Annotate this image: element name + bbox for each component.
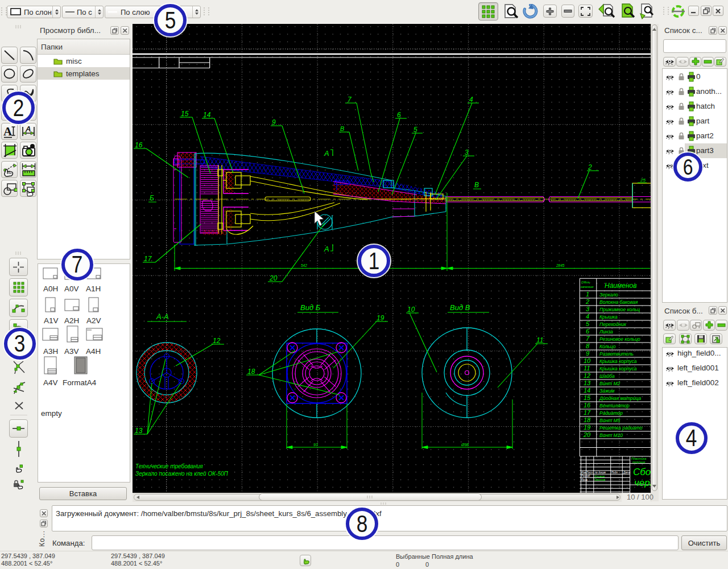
svg-text:19: 19 xyxy=(377,314,384,322)
svg-text:Резиновое кольцо: Резиновое кольцо xyxy=(599,336,640,342)
svg-text:13: 13 xyxy=(135,427,143,435)
svg-text:2: 2 xyxy=(585,298,589,305)
svg-text:542: 542 xyxy=(301,263,307,267)
svg-text:А-А: А-А xyxy=(156,312,169,321)
svg-text:18: 18 xyxy=(584,417,591,423)
svg-text:15: 15 xyxy=(584,394,591,401)
svg-text:10: 10 xyxy=(407,306,415,314)
svg-text:Изм: Изм xyxy=(581,471,586,474)
svg-text:11: 11 xyxy=(536,336,543,344)
svg-text:Сбор: Сбор xyxy=(633,467,651,477)
svg-text:Лист: Лист xyxy=(586,471,593,474)
svg-text:Подп: Подп xyxy=(611,471,618,474)
svg-text:Пров: Пров xyxy=(581,479,588,481)
svg-text:3: 3 xyxy=(465,149,469,156)
svg-text:Радиатор: Радиатор xyxy=(599,410,623,416)
svg-text:Волокна баковая: Волокна баковая xyxy=(599,299,638,305)
svg-text:17: 17 xyxy=(144,255,152,263)
svg-text:Обоз-: Обоз- xyxy=(581,281,590,284)
svg-text:начение: начение xyxy=(581,285,594,288)
svg-text:6: 6 xyxy=(397,111,401,119)
svg-text:12: 12 xyxy=(213,337,221,345)
svg-text:19: 19 xyxy=(584,424,590,431)
svg-text:9: 9 xyxy=(272,118,276,126)
svg-text:2845: 2845 xyxy=(556,263,565,267)
svg-text:Зеркало: Зеркало xyxy=(599,292,618,298)
svg-text:18: 18 xyxy=(247,368,255,376)
svg-text:черт: черт xyxy=(634,477,651,488)
svg-text:Вид Б: Вид Б xyxy=(300,303,321,312)
svg-text:6: 6 xyxy=(586,328,590,335)
svg-text:Прижимное кольц: Прижимное кольц xyxy=(599,307,640,312)
svg-text:2: 2 xyxy=(588,163,592,171)
svg-text:13: 13 xyxy=(584,380,591,386)
svg-text:А: А xyxy=(324,149,329,158)
svg-text:20: 20 xyxy=(269,274,278,282)
svg-text:20: 20 xyxy=(583,431,591,438)
svg-text:11: 11 xyxy=(584,365,590,372)
svg-text:Оносов: Оносов xyxy=(594,478,605,481)
svg-text:Уливов: Уливов xyxy=(594,475,605,478)
svg-text:7: 7 xyxy=(586,335,590,342)
svg-text:Диодная матрица: Диодная матрица xyxy=(599,395,641,401)
svg-text:Разраб: Разраб xyxy=(581,475,590,477)
svg-text:Крышка корпуса: Крышка корпуса xyxy=(599,366,637,372)
svg-text:Крышка: Крышка xyxy=(599,314,618,320)
svg-text:Кольцо: Кольцо xyxy=(599,344,616,349)
svg-text:Вентилятор: Вентилятор xyxy=(599,403,630,409)
svg-text:5: 5 xyxy=(413,126,417,134)
svg-text:Винт М10: Винт М10 xyxy=(599,432,623,438)
svg-text:Винт М2: Винт М2 xyxy=(599,381,621,386)
svg-text:9: 9 xyxy=(586,350,589,357)
svg-text:Вид В: Вид В xyxy=(450,303,470,312)
svg-text:14: 14 xyxy=(584,387,590,394)
svg-text:А: А xyxy=(324,245,329,253)
svg-text:8: 8 xyxy=(586,343,590,349)
svg-text:16: 16 xyxy=(584,402,591,409)
svg-text:№ докум: № докум xyxy=(595,471,606,474)
svg-text:Разветвитель: Разветвитель xyxy=(599,351,634,357)
svg-text:A: A xyxy=(3,125,13,138)
svg-text:93: 93 xyxy=(313,443,318,447)
svg-text:Крышка корпуса: Крышка корпуса xyxy=(599,358,637,364)
svg-text:Переходник: Переходник xyxy=(599,321,627,327)
svg-text:5: 5 xyxy=(586,320,590,327)
svg-text:16: 16 xyxy=(135,141,143,149)
svg-text:14: 14 xyxy=(203,111,211,119)
svg-text:Наименов: Наименов xyxy=(605,282,636,290)
svg-text:4: 4 xyxy=(586,313,589,320)
svg-text:Шайба: Шайба xyxy=(599,373,615,379)
svg-text:17: 17 xyxy=(584,409,591,416)
svg-text:10: 10 xyxy=(584,357,591,364)
svg-text:15: 15 xyxy=(181,110,189,118)
svg-text:Технические требования: Технические требования xyxy=(135,463,203,469)
svg-text:3: 3 xyxy=(586,306,590,312)
svg-text:1: 1 xyxy=(586,291,589,298)
svg-text:25: 25 xyxy=(640,178,646,183)
svg-text:Зеркало посажено на клей ОК-50: Зеркало посажено на клей ОК-50П xyxy=(135,471,229,477)
svg-text:Решетка радиато: Решетка радиато xyxy=(599,425,643,431)
svg-text:Дата: Дата xyxy=(623,471,631,474)
svg-text:получше: получше xyxy=(632,460,645,464)
svg-text:Зажим: Зажим xyxy=(599,388,615,394)
svg-text:Ø98: Ø98 xyxy=(461,443,469,447)
svg-text:В: В xyxy=(474,181,479,189)
svg-text:Линза: Линза xyxy=(599,329,613,335)
svg-text:Винт М5: Винт М5 xyxy=(599,418,621,423)
svg-text:В: В xyxy=(340,125,344,132)
svg-text:4: 4 xyxy=(469,96,473,104)
svg-text:12: 12 xyxy=(584,372,590,379)
svg-text:Б: Б xyxy=(150,194,154,202)
